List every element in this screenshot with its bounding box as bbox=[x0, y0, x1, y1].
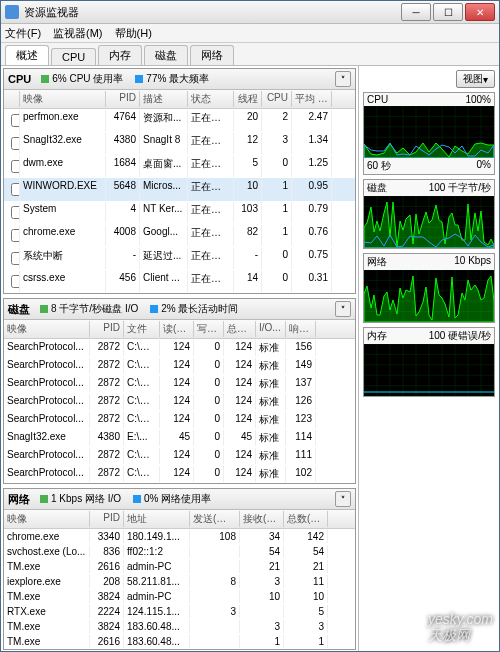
tab-memory[interactable]: 内存 bbox=[98, 45, 142, 65]
graph-title: 磁盘 bbox=[367, 181, 387, 195]
cpu-panel-title: CPU bbox=[8, 73, 31, 85]
table-row[interactable]: svchost.exe (Lo...836ff02::1:25454 bbox=[4, 544, 355, 559]
net-panel-title: 网络 bbox=[8, 492, 30, 507]
table-row[interactable]: SearchProtocol...2872C:\W...1240124标准137 bbox=[4, 375, 355, 393]
table-row[interactable]: TM.exe3824admin-PC1010 bbox=[4, 589, 355, 604]
table-row[interactable]: TM.exe2616admin-PC2121 bbox=[4, 559, 355, 574]
close-button[interactable]: ✕ bbox=[465, 3, 495, 21]
graph-scale: 10 Kbps bbox=[454, 255, 491, 269]
net-io-stat: 1 Kbps 网络 I/O bbox=[40, 492, 121, 506]
table-row[interactable]: SearchProtocol...2872C:\W...1240124标准102 bbox=[4, 465, 355, 483]
graph-scale: 100 硬错误/秒 bbox=[429, 329, 491, 343]
table-row[interactable]: chrome.exe4008Googl...正在运行8210.76 bbox=[4, 224, 355, 247]
graph-title: 内存 bbox=[367, 329, 387, 343]
titlebar[interactable]: 资源监视器 ─ ☐ ✕ bbox=[1, 1, 499, 24]
tabbar: 概述 CPU 内存 磁盘 网络 bbox=[1, 43, 499, 66]
disk-grid-body[interactable]: SearchProtocol...2872C:\W...1240124标准156… bbox=[4, 339, 355, 483]
graph-canvas bbox=[364, 270, 494, 322]
table-row[interactable]: SearchProtocol...2872C:\W...1240124标准126 bbox=[4, 393, 355, 411]
maximize-button[interactable]: ☐ bbox=[433, 3, 463, 21]
table-row[interactable]: SearchProtocol...2872C:\W...1240124标准123 bbox=[4, 411, 355, 429]
net-panel-header[interactable]: 网络 1 Kbps 网络 I/O 0% 网络使用率 ˅ bbox=[4, 489, 355, 510]
row-checkbox[interactable] bbox=[11, 114, 20, 127]
table-row[interactable]: TM.exe3824183.60.48...33 bbox=[4, 619, 355, 634]
row-checkbox[interactable] bbox=[11, 275, 20, 288]
disk-io-stat: 8 千字节/秒磁盘 I/O bbox=[40, 302, 138, 316]
table-row[interactable]: SearchProtocol...2872C:\W...1240124标准149 bbox=[4, 357, 355, 375]
resource-monitor-window: 资源监视器 ─ ☐ ✕ 文件(F) 监视器(M) 帮助(H) 概述 CPU 内存… bbox=[0, 0, 500, 652]
cpu-grid-header[interactable]: 映像PID描述状态线程CPU平均 C... bbox=[4, 90, 355, 109]
graph-mem: 内存100 硬错误/秒 bbox=[363, 327, 495, 397]
window-title: 资源监视器 bbox=[24, 5, 399, 20]
table-row[interactable]: iexplore.exe20858.211.81...8311 bbox=[4, 574, 355, 589]
table-row[interactable]: SearchProtocol...2872C:\W...1240124标准156 bbox=[4, 339, 355, 357]
cpu-usage-stat: 6% CPU 使用率 bbox=[41, 72, 123, 86]
row-checkbox[interactable] bbox=[11, 229, 20, 242]
cpu-panel-header[interactable]: CPU 6% CPU 使用率 77% 最大频率 ˅ bbox=[4, 69, 355, 90]
disk-active-stat: 2% 最长活动时间 bbox=[150, 302, 238, 316]
tab-network[interactable]: 网络 bbox=[190, 45, 234, 65]
view-button[interactable]: 视图 ▾ bbox=[456, 70, 495, 88]
app-icon bbox=[5, 5, 19, 19]
graph-canvas bbox=[364, 106, 494, 158]
content: CPU 6% CPU 使用率 77% 最大频率 ˅ 映像PID描述状态线程CPU… bbox=[1, 66, 499, 651]
graph-scale: 100% bbox=[465, 94, 491, 105]
graphs-container: CPU100%60 秒0%磁盘100 千字节/秒网络10 Kbps内存100 硬… bbox=[363, 92, 495, 401]
graph-canvas bbox=[364, 344, 494, 396]
left-pane: CPU 6% CPU 使用率 77% 最大频率 ˅ 映像PID描述状态线程CPU… bbox=[1, 66, 359, 651]
row-checkbox[interactable] bbox=[11, 206, 20, 219]
collapse-icon[interactable]: ˅ bbox=[335, 491, 351, 507]
table-row[interactable]: perfmon.exe4764资源和...正在运行2022.47 bbox=[4, 109, 355, 132]
cpu-grid-body[interactable]: perfmon.exe4764资源和...正在运行2022.47SnagIt32… bbox=[4, 109, 355, 293]
row-checkbox[interactable] bbox=[11, 183, 20, 196]
chevron-down-icon: ▾ bbox=[483, 74, 488, 85]
row-checkbox[interactable] bbox=[11, 137, 20, 150]
graph-scale: 100 千字节/秒 bbox=[429, 181, 491, 195]
table-row[interactable]: dwm.exe1684桌面窗...正在运行501.25 bbox=[4, 155, 355, 178]
table-row[interactable]: chrome.exe3340180.149.1...10834142 bbox=[4, 529, 355, 544]
graph-disk: 磁盘100 千字节/秒 bbox=[363, 179, 495, 249]
disk-panel-header[interactable]: 磁盘 8 千字节/秒磁盘 I/O 2% 最长活动时间 ˅ bbox=[4, 299, 355, 320]
menu-help[interactable]: 帮助(H) bbox=[115, 26, 152, 41]
net-use-stat: 0% 网络使用率 bbox=[133, 492, 211, 506]
table-row[interactable]: TM.exe2616183.60.48...11 bbox=[4, 634, 355, 649]
disk-panel-title: 磁盘 bbox=[8, 302, 30, 317]
disk-grid-header[interactable]: 映像PID文件读(字...写(字...总数(...I/O...响应... bbox=[4, 320, 355, 339]
row-checkbox[interactable] bbox=[11, 252, 20, 265]
net-grid-body[interactable]: chrome.exe3340180.149.1...10834142svchos… bbox=[4, 529, 355, 649]
minimize-button[interactable]: ─ bbox=[401, 3, 431, 21]
tab-disk[interactable]: 磁盘 bbox=[144, 45, 188, 65]
net-panel: 网络 1 Kbps 网络 I/O 0% 网络使用率 ˅ 映像PID地址发送(字节… bbox=[3, 488, 356, 650]
right-pane: 视图 ▾ CPU100%60 秒0%磁盘100 千字节/秒网络10 Kbps内存… bbox=[359, 66, 499, 651]
table-row[interactable]: System4NT Ker...正在运行10310.79 bbox=[4, 201, 355, 224]
tab-overview[interactable]: 概述 bbox=[5, 45, 49, 65]
disk-panel: 磁盘 8 千字节/秒磁盘 I/O 2% 最长活动时间 ˅ 映像PID文件读(字.… bbox=[3, 298, 356, 484]
cpu-freq-stat: 77% 最大频率 bbox=[135, 72, 209, 86]
graph-title: 网络 bbox=[367, 255, 387, 269]
graph-cpu: CPU100%60 秒0% bbox=[363, 92, 495, 175]
cpu-panel: CPU 6% CPU 使用率 77% 最大频率 ˅ 映像PID描述状态线程CPU… bbox=[3, 68, 356, 294]
table-row[interactable]: WINWORD.EXE5648Micros...正在运行1010.95 bbox=[4, 178, 355, 201]
table-row[interactable]: csrss.exe456Client ...正在运行1400.31 bbox=[4, 270, 355, 293]
table-row[interactable]: SearchProtocol...2872C:\W...1240124标准111 bbox=[4, 447, 355, 465]
collapse-icon[interactable]: ˅ bbox=[335, 71, 351, 87]
net-grid-header[interactable]: 映像PID地址发送(字节...接收(字节...总数(字节... bbox=[4, 510, 355, 529]
table-row[interactable]: 系统中断-延迟过...正在运行-00.75 bbox=[4, 247, 355, 270]
tab-cpu[interactable]: CPU bbox=[51, 48, 96, 65]
menubar: 文件(F) 监视器(M) 帮助(H) bbox=[1, 24, 499, 43]
row-checkbox[interactable] bbox=[11, 160, 20, 173]
table-row[interactable]: SnagIt32.exe4380E:\...45045标准114 bbox=[4, 429, 355, 447]
table-row[interactable]: RTX.exe2224124.115.1...35 bbox=[4, 604, 355, 619]
menu-file[interactable]: 文件(F) bbox=[5, 26, 41, 41]
table-row[interactable]: SnagIt32.exe4380SnagIt 8正在运行1231.34 bbox=[4, 132, 355, 155]
menu-monitor[interactable]: 监视器(M) bbox=[53, 26, 103, 41]
collapse-icon[interactable]: ˅ bbox=[335, 301, 351, 317]
graph-title: CPU bbox=[367, 94, 388, 105]
graph-net: 网络10 Kbps bbox=[363, 253, 495, 323]
graph-canvas bbox=[364, 196, 494, 248]
